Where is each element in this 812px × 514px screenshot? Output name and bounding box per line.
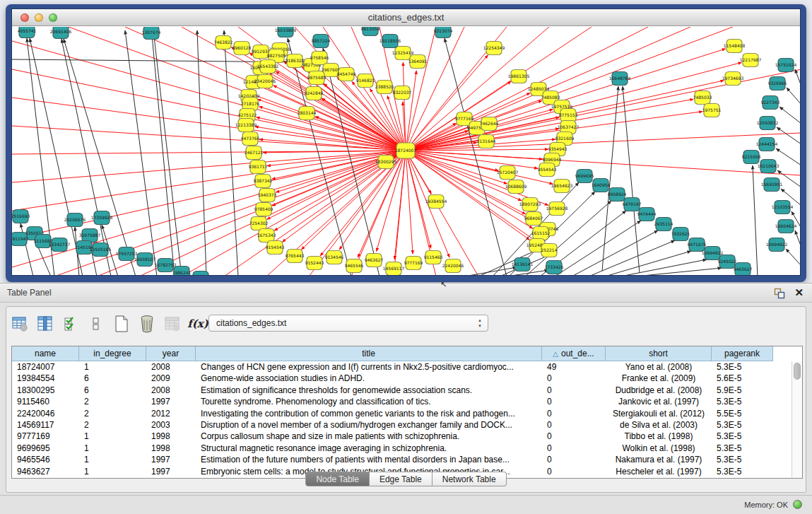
table-body: 1872400712008Changes of HCN gene express…	[12, 361, 792, 478]
graph-node-label: 1615152	[531, 230, 551, 235]
graph-edge[interactable]	[403, 62, 406, 151]
graph-edge[interactable]	[795, 230, 800, 247]
table-cell: Structural magnetic resonance image aver…	[196, 443, 542, 454]
row-options-icon[interactable]	[86, 314, 107, 334]
network-window-titlebar[interactable]: citations_edges.txt	[12, 9, 800, 26]
graph-edge[interactable]	[589, 240, 675, 275]
float-window-icon[interactable]	[774, 288, 785, 299]
graph-edge[interactable]	[777, 127, 800, 144]
network-canvas[interactable]: 1830029516060127121481521420240927181764…	[12, 27, 800, 275]
table-cell: 5.3E-5	[712, 443, 773, 454]
graph-node-label: 4275122	[238, 112, 257, 117]
table-cell: Corpus callosum shape and size in male p…	[196, 431, 542, 442]
graph-edge[interactable]	[259, 107, 406, 151]
table-cell: 5.9E-5	[712, 385, 773, 396]
graph-edge[interactable]	[152, 35, 175, 275]
table-row[interactable]: 977716911998Corpus callosum shape and si…	[12, 431, 792, 442]
graph-node-label: 1307674	[142, 30, 161, 35]
column-header-name[interactable]: name	[12, 346, 79, 361]
graph-edge[interactable]	[224, 30, 238, 275]
table-row[interactable]: 1456911722003Disruption of a novel membe…	[12, 419, 792, 431]
column-header-short[interactable]: short	[606, 346, 712, 361]
table-row[interactable]: 969969511998Structural magnetic resonanc…	[12, 443, 792, 454]
table-cell: 2008	[146, 385, 196, 396]
column-header-title[interactable]: title	[196, 346, 542, 361]
table-cell: 9465546	[12, 454, 79, 465]
graph-edge[interactable]	[12, 151, 406, 182]
table-row[interactable]: 1830029562008Estimation of significance …	[12, 385, 792, 396]
table-cell: 49	[542, 361, 606, 373]
graph-edge[interactable]	[406, 151, 541, 245]
graph-edge[interactable]	[394, 151, 406, 259]
graph-node-label: 8313074	[434, 28, 453, 33]
graph-edge[interactable]	[406, 99, 693, 151]
graph-edge[interactable]	[12, 41, 406, 151]
graph-node-label: 1975751	[702, 107, 722, 112]
tab-network-table[interactable]: Network Table	[433, 472, 507, 486]
table-cell: 1998	[146, 431, 196, 442]
close-icon[interactable]: ✕	[794, 286, 804, 299]
delete-table-icon[interactable]	[162, 314, 183, 334]
table-cell: 2009	[146, 373, 196, 384]
function-builder-icon[interactable]: f(x)	[187, 314, 208, 334]
graph-edge[interactable]	[786, 249, 800, 266]
column-header-out_de[interactable]: △out_de...	[542, 346, 606, 361]
graph-edge[interactable]	[406, 151, 526, 214]
graph-node-label: 20206576	[64, 217, 86, 222]
table-mode-icon[interactable]	[9, 314, 30, 334]
table-row[interactable]: 911546021997Tourette syndrome. Phenomeno…	[12, 396, 792, 407]
table-cell: 2003	[146, 419, 196, 431]
graph-node-label: 4055741	[18, 28, 37, 33]
table-row[interactable]: 1872400712008Changes of HCN gene express…	[12, 361, 792, 373]
graph-edge[interactable]	[787, 88, 800, 105]
tab-node-table[interactable]: Node Table	[305, 472, 370, 486]
column-header-in_degree[interactable]: in_degree	[79, 346, 146, 361]
graph-edge[interactable]	[779, 107, 800, 124]
new-column-icon[interactable]	[111, 314, 132, 334]
table-cell: Estimation of significance thresholds fo…	[196, 385, 542, 396]
graph-node-label: 16958107	[134, 257, 156, 262]
table-cell: 5.3E-5	[712, 431, 773, 442]
delete-column-icon[interactable]	[136, 314, 158, 334]
graph-node-label: 4473766	[241, 136, 260, 141]
table-panel-title: Table Panel	[7, 288, 52, 298]
tab-edge-table[interactable]: Edge Table	[370, 472, 433, 486]
graph-node-label: 9115460	[424, 255, 443, 259]
table-cell: Yano et al. (2008)	[606, 361, 712, 373]
graph-node-label: 9777169	[455, 116, 474, 121]
graph-node-label: 8857224	[312, 38, 331, 43]
graph-node-label: 19654923	[551, 183, 573, 188]
graph-node-label: 9554543	[538, 167, 557, 172]
table-row[interactable]: 2242004622012Investigating the contribut…	[12, 408, 792, 419]
graph-edge[interactable]	[795, 69, 800, 86]
graph-node-label: 8813054	[361, 27, 380, 31]
graph-edge[interactable]	[273, 86, 406, 151]
graph-node-label: 2718176	[241, 101, 260, 106]
column-header-pagerank[interactable]: pagerank	[712, 346, 773, 361]
graph-edge[interactable]	[620, 259, 707, 275]
table-cell: Jankovic et al. (1997)	[606, 396, 712, 407]
table-cell: 0	[542, 419, 606, 431]
select-columns-icon[interactable]	[60, 314, 81, 334]
table-cell: 1997	[146, 454, 196, 465]
scrollbar-thumb[interactable]	[794, 363, 801, 380]
table-cell: Genome-wide association studies in ADHD.	[196, 373, 542, 384]
column-header-year[interactable]: year	[146, 346, 196, 361]
graph-edge[interactable]	[406, 27, 648, 151]
graph-node-label: 12444154	[756, 141, 778, 146]
table-row[interactable]: 946554611997Estimation of the future num…	[12, 454, 792, 465]
graph-edge[interactable]	[12, 151, 406, 211]
graph-edge[interactable]	[12, 151, 406, 267]
graph-edge[interactable]	[605, 251, 691, 275]
graph-edge[interactable]	[406, 133, 800, 151]
graph-edge[interactable]	[635, 268, 722, 275]
table-select-dropdown[interactable]: citations_edges.txt ▲▼	[208, 315, 488, 332]
graph-node-label: 10637427	[558, 124, 579, 129]
graph-edge[interactable]	[753, 165, 758, 275]
vertical-scrollbar[interactable]	[792, 361, 802, 478]
table-row[interactable]: 1938455462009Genome-wide association stu…	[12, 373, 792, 384]
graph-edge[interactable]	[555, 221, 641, 275]
graph-edge[interactable]	[339, 151, 406, 250]
graph-edge[interactable]	[776, 148, 800, 165]
show-columns-icon[interactable]	[35, 314, 56, 334]
